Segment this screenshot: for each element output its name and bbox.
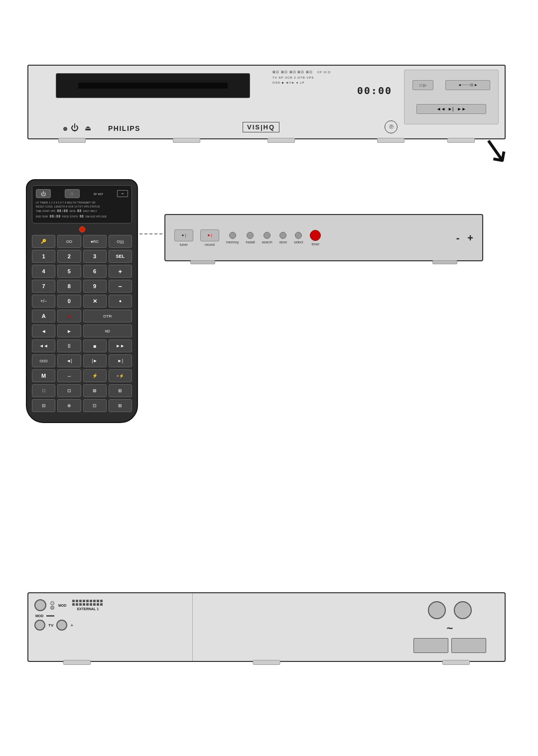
remote-btn-end[interactable]: ►| (109, 354, 132, 367)
remote-tv-btn[interactable]: □ (65, 189, 80, 198)
cp-group-select: select (294, 232, 303, 244)
back-foot-right (442, 660, 470, 665)
remote-btn-sq2[interactable]: ⊡ (57, 384, 81, 397)
cp-minus-btn[interactable]: - (456, 232, 460, 243)
back-mod-row: MOD (34, 599, 186, 611)
cassette-slot-inner (78, 83, 228, 89)
disp-end-val: 08:88 (50, 214, 61, 219)
remote-btn-play-small[interactable]: ► (57, 324, 81, 337)
cp-plus-btn[interactable]: + (467, 232, 473, 243)
remote-btn-sq5[interactable]: ⊟ (32, 399, 55, 412)
disp-prog-val: 88 (79, 214, 84, 219)
back-circle-connector-2 (34, 620, 45, 631)
remote-btn-pause[interactable]: II (57, 339, 81, 352)
remote-btn-plus[interactable]: + (109, 265, 132, 278)
remote-btn-hstretch[interactable]: ↔ (57, 369, 81, 382)
power-icon[interactable]: ⏻ (71, 123, 79, 132)
remote-btn-8[interactable]: 8 (57, 280, 81, 293)
remote-btn-sq1[interactable]: □ (32, 384, 55, 397)
remote-btn-stop[interactable]: ■ (83, 339, 107, 352)
remote-btn-sel[interactable]: SEL (109, 250, 132, 263)
back-connector-grid: EXTERNAL 1 (72, 600, 103, 611)
remote-btn-0[interactable]: 0 (57, 295, 81, 308)
eject-icon[interactable]: ⏏ (85, 124, 91, 132)
back-mod-indicator-bar (46, 615, 54, 617)
remote-btn-2[interactable]: 2 (57, 250, 81, 263)
remote-btn-prev[interactable]: ◄| (57, 354, 81, 367)
back-mod-indicators (50, 601, 54, 610)
remote-display-lines: LP TIMER 1 2 3 4 5 6 7 8 MULTIX TRANSMIT… (36, 201, 128, 219)
cp-record-btn[interactable]: ● | (200, 229, 219, 241)
remote-btn-1[interactable]: 1 (32, 250, 55, 263)
remote-btn-6[interactable]: 6 (83, 265, 107, 278)
cp-record-label: record (205, 243, 215, 246)
remote-btn-minus[interactable]: − (109, 280, 132, 293)
back-circle-connector-1 (34, 599, 46, 611)
remote-btn-zoom[interactable]: ⚡ (83, 369, 107, 382)
remote-btn-otr[interactable]: OTR (83, 310, 133, 323)
cp-tuner-btn[interactable]: ● | (174, 229, 193, 241)
vcr-foot-center-left (173, 138, 200, 143)
remote-btn-5[interactable]: 5 (57, 265, 81, 278)
remote-indicator-dot (79, 226, 85, 232)
page-container: ⏻ ⏏ PHILIPS VIS|HQ ⊠⊡ ⊠⊡ ⊠⊡ ⊠⊡ ⊠⊡ CP ⊡ ⊡… (0, 0, 538, 756)
remote-button-grid: 🔑 OO ●RC O))) 1 2 3 SEL 4 5 6 + 7 8 9 − … (32, 235, 132, 412)
remote-btn-omni[interactable]: O))) (109, 235, 132, 248)
back-mod-indicator-1 (50, 601, 54, 605)
display-label-tv: TV SP VCR 2 OTR VPS (272, 76, 314, 79)
remote-btn-nd[interactable]: ND (83, 324, 133, 337)
remote-btn-ooo[interactable]: OOO (32, 354, 55, 367)
remote-btn-sq3[interactable]: ⊠ (83, 384, 107, 397)
remote-btn-sq8[interactable]: ⊞ (109, 399, 132, 412)
back-tv-label: TV (48, 623, 53, 628)
vcr-display-section: ⊠⊡ ⊠⊡ ⊠⊡ ⊠⊡ ⊠⊡ CP ⊡ ⊡ TV SP VCR 2 OTR VP… (272, 70, 392, 107)
remote-btn-m[interactable]: M (32, 369, 55, 382)
display-label-osd: OSD ■ ◄II► ● LP (272, 81, 304, 84)
cp-store-label: store (279, 240, 287, 244)
disp-prog-label: PROG SYNTH (62, 215, 78, 218)
remote-btn-oo[interactable]: OO (57, 235, 81, 248)
remote-btn-zoomplus[interactable]: +⚡ (109, 369, 132, 382)
remote-btn-9[interactable]: 9 (83, 280, 107, 293)
remote-btn-x[interactable]: ✕ (83, 295, 107, 308)
back-rect-conn-2 (451, 638, 486, 653)
remote-btn-sq7[interactable]: ⊡ (83, 399, 107, 412)
disp-sim-label: SIM AUD VPS DUB (85, 215, 107, 218)
remote-btn-record[interactable]: ● (57, 310, 81, 323)
remote-btn-next[interactable]: |► (83, 354, 107, 367)
remote-tvvcr-label: tv vcr (94, 192, 103, 196)
remote-btn-3[interactable]: 3 (83, 250, 107, 263)
cp-store-indicator (279, 232, 286, 239)
vcr-btn-skip[interactable]: ◄·········⊡ ► (445, 80, 490, 90)
remote-btn-rrew[interactable]: ◄◄ (32, 339, 55, 352)
disp-date-val: 88 (77, 209, 82, 214)
remote-power-btn[interactable]: ⏻ (36, 189, 51, 198)
cp-timer-btn[interactable] (310, 230, 321, 241)
remote-btn-rew-small[interactable]: ◄ (32, 324, 55, 337)
back-left-section: MOD (28, 593, 193, 661)
remote-btn-sq6[interactable]: ⊗ (57, 399, 81, 412)
remote-btn-dot[interactable]: ● (109, 295, 132, 308)
back-tv-row: TV + (34, 620, 186, 631)
remote-btn-ffwd[interactable]: ►► (109, 339, 132, 352)
remote-btn-orc[interactable]: ●RC (83, 235, 107, 248)
vcr-btn-play[interactable]: □ ▷ (412, 80, 433, 90)
remote-btn-a[interactable]: A (32, 310, 55, 323)
remote-btn-key[interactable]: 🔑 (32, 235, 55, 248)
cp-foot-left (190, 260, 215, 264)
cp-group-search: search (262, 232, 272, 244)
remote-btn-4[interactable]: 4 (32, 265, 55, 278)
back-mod-row2: MOD (34, 614, 186, 618)
remote-btn-plusminus[interactable]: +/− (32, 295, 55, 308)
remote-btn-7[interactable]: 7 (32, 280, 55, 293)
vcr-btn-rew[interactable]: ◄◄ ►| ►► (416, 104, 486, 114)
back-mod-indicator-2 (50, 606, 54, 610)
back-foot-left (63, 660, 91, 665)
remote-btn-sq4[interactable]: ⊞ (109, 384, 132, 397)
vcr-foot-center-right (377, 138, 404, 143)
cp-memory-label: memory (226, 240, 239, 244)
remote-display-line4: END YEAR 08:88 PROG SYNTH 88 SIM AUD VPS… (36, 214, 128, 219)
vcr-brand: PHILIPS (108, 124, 140, 132)
cp-group-record: ● | record (200, 229, 219, 246)
back-power-symbol: ~ (447, 622, 453, 635)
